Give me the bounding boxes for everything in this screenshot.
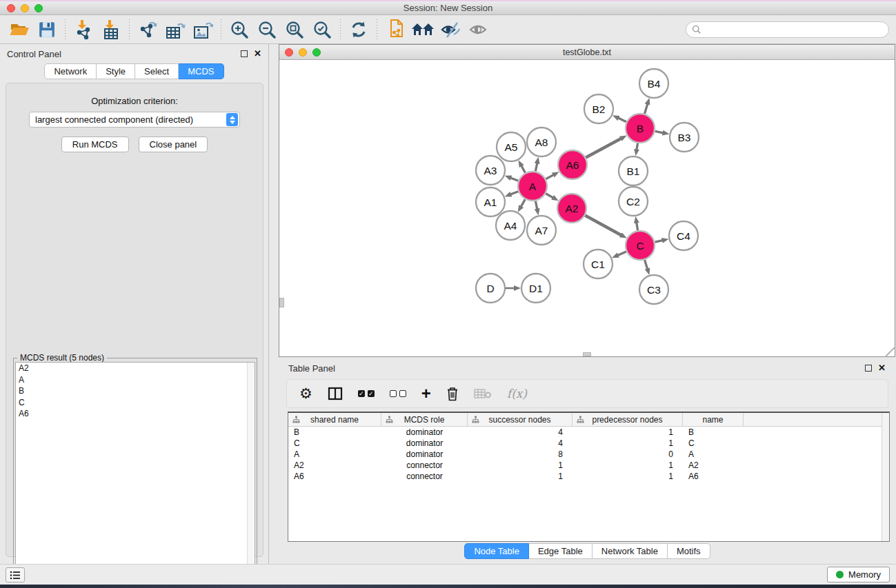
vertical-scroll-thumb[interactable]	[279, 298, 284, 307]
zoom-selected-icon	[312, 20, 332, 39]
graph-edge-A-A3[interactable]	[510, 178, 518, 181]
graph-node-label-C4: C4	[677, 230, 690, 242]
function-builder-button[interactable]: f(x)	[507, 387, 527, 401]
cell-successor-nodes: 1	[468, 471, 573, 482]
search-input[interactable]	[701, 25, 888, 35]
tab-select[interactable]: Select	[135, 63, 179, 79]
create-column-button[interactable]: +	[421, 387, 431, 401]
tab-edge-table[interactable]: Edge Table	[529, 543, 593, 559]
graph-edge-B-B1[interactable]	[637, 143, 638, 150]
mcds-result-title: MCDS result (5 nodes)	[17, 353, 107, 363]
delete-column-button[interactable]	[446, 387, 459, 401]
network-window-title: testGlobe.txt	[279, 48, 895, 57]
new-network-from-selection-button[interactable]	[381, 17, 409, 42]
table-row-B[interactable]: Bdominator41B	[288, 427, 889, 438]
graph-edge-A-A7[interactable]	[535, 201, 537, 210]
zoom-selected-button[interactable]	[308, 17, 336, 42]
import-table-button[interactable]	[97, 17, 125, 42]
export-network-button[interactable]	[134, 17, 161, 42]
table-float-icon[interactable]	[865, 365, 872, 372]
zoom-out-icon	[257, 20, 277, 39]
tab-mcds[interactable]: MCDS	[179, 63, 223, 79]
delete-table-button[interactable]	[474, 388, 492, 399]
table-row-C[interactable]: Cdominator41C	[288, 438, 889, 449]
mcds-result-item[interactable]: A6	[16, 408, 255, 420]
graph-edge-A-A8[interactable]	[535, 163, 537, 171]
cell-predecessor-nodes: 1	[573, 460, 683, 471]
table-scrollbar[interactable]	[882, 413, 889, 541]
graph-edge-A-A6[interactable]	[546, 175, 553, 179]
close-panel-button[interactable]: Close panel	[139, 136, 208, 152]
zoom-out-button[interactable]	[253, 17, 281, 42]
task-history-button[interactable]	[6, 567, 25, 582]
graph-edge-C-C3[interactable]	[645, 260, 648, 269]
export-table-button[interactable]	[161, 17, 189, 42]
unselect-all-columns-button[interactable]	[390, 390, 406, 397]
table-panel-title: Table Panel	[288, 363, 335, 374]
select-all-columns-button[interactable]: ✓ ✓	[358, 390, 375, 397]
result-list-scrollbar[interactable]	[247, 363, 255, 588]
criterion-select[interactable]: largest connected component (directed)	[29, 112, 240, 128]
column-header-successor-nodes[interactable]: successor nodes	[468, 413, 573, 427]
graph-edge-C-C2[interactable]	[637, 223, 638, 231]
graph-edge-B-B3[interactable]	[655, 131, 664, 132]
zoom-fit-button[interactable]	[281, 17, 308, 42]
import-network-button[interactable]	[70, 17, 97, 42]
open-session-button[interactable]	[6, 17, 33, 42]
mcds-result-item[interactable]: A2	[16, 363, 255, 374]
column-header-shared-name[interactable]: shared name	[288, 413, 381, 427]
graph-edge-A2-C[interactable]	[585, 216, 621, 236]
column-header-predecessor-nodes[interactable]: predecessor nodes	[573, 413, 683, 427]
search-box[interactable]	[686, 21, 889, 38]
zoom-in-button[interactable]	[226, 17, 253, 42]
export-image-icon	[192, 19, 213, 40]
show-view-button[interactable]	[464, 17, 492, 42]
mcds-result-item[interactable]: A	[16, 374, 255, 386]
memory-button[interactable]: Memory	[827, 567, 890, 582]
horizontal-scroll-thumb[interactable]	[583, 352, 591, 356]
graph-node-label-C2: C2	[626, 196, 640, 207]
mcds-result-list[interactable]: A2ABCA6	[15, 362, 255, 588]
close-panel-icon[interactable]: ✕	[254, 50, 261, 57]
save-session-button[interactable]	[33, 17, 61, 42]
home-button[interactable]	[409, 17, 437, 42]
table-row-A[interactable]: Adominator80A	[288, 449, 889, 460]
export-image-button[interactable]	[189, 17, 217, 42]
graph-edge-A-A2[interactable]	[546, 194, 553, 198]
graph-edge-C-C1[interactable]	[617, 252, 626, 256]
network-canvas[interactable]: B4B2BB3A8A5A6A3B1AC2A1A2A4A7C4CC1C3DD1	[279, 60, 895, 356]
graph-edge-A6-B[interactable]	[586, 139, 621, 158]
fx-icon: f(x)	[507, 387, 527, 401]
tab-node-table[interactable]: Node Table	[464, 543, 529, 559]
hide-graphics-details-button[interactable]	[437, 17, 464, 42]
table-row-A6[interactable]: A6connector11A6	[288, 471, 889, 482]
tab-motifs[interactable]: Motifs	[668, 543, 710, 559]
table-close-icon[interactable]: ✕	[878, 365, 886, 372]
apply-layout-button[interactable]	[345, 17, 372, 42]
float-panel-icon[interactable]	[241, 50, 248, 57]
mcds-result-item[interactable]: C	[16, 397, 255, 409]
app-title: Session: New Session	[0, 3, 896, 13]
graph-edge-B-B2[interactable]	[618, 118, 626, 122]
mcds-result-item[interactable]: B	[16, 385, 255, 397]
graph-edge-A-A1[interactable]	[510, 192, 518, 194]
column-header-name[interactable]: name	[683, 413, 744, 427]
unchecked-box-icon	[399, 390, 406, 397]
column-type-icon	[292, 416, 300, 423]
tab-network-table[interactable]: Network Table	[593, 543, 668, 559]
column-header-MCDS-role[interactable]: MCDS role	[381, 413, 468, 427]
table-settings-button[interactable]: ⚙	[299, 387, 312, 401]
graph-edge-A-A5[interactable]	[521, 165, 526, 172]
graph-edge-C-C4[interactable]	[655, 241, 662, 243]
tab-network[interactable]: Network	[44, 63, 97, 79]
zoom-in-icon	[230, 20, 249, 39]
table-row-A2[interactable]: A2connector11A2	[288, 460, 889, 471]
network-graph[interactable]: B4B2BB3A8A5A6A3B1AC2A1A2A4A7C4CC1C3DD1	[279, 60, 895, 356]
show-columns-button[interactable]	[328, 387, 343, 401]
graph-edge-B-B4[interactable]	[644, 104, 647, 114]
node-table: shared nameMCDS rolesuccessor nodesprede…	[288, 412, 890, 542]
graph-edge-A-A4[interactable]	[521, 199, 525, 207]
resize-grip[interactable]	[886, 347, 895, 356]
run-mcds-button[interactable]: Run MCDS	[61, 136, 129, 152]
tab-style[interactable]: Style	[97, 63, 135, 79]
